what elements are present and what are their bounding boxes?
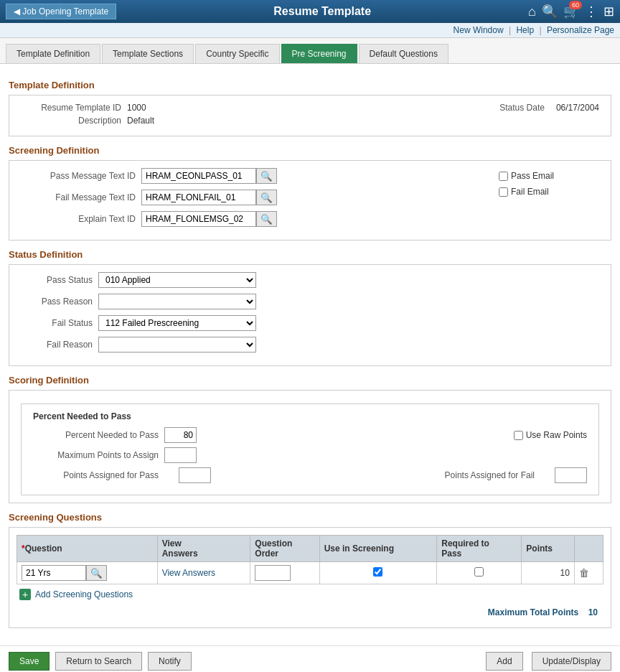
header-icons: ⌂ 🔍 🛒60 ⋮ ⊞ xyxy=(528,4,614,19)
tab-bar: Template Definition Template Sections Co… xyxy=(0,38,620,64)
top-links: New Window | Help | Personalize Page xyxy=(0,23,620,38)
add-button[interactable]: Add xyxy=(486,652,522,671)
question-search-btn[interactable]: 🔍 xyxy=(86,565,107,581)
use-raw-checkbox[interactable] xyxy=(514,431,523,440)
help-link[interactable]: Help xyxy=(516,25,534,35)
update-display-button[interactable]: Update/Display xyxy=(532,652,611,671)
template-definition-title: Template Definition xyxy=(9,80,611,90)
tab-default-questions[interactable]: Default Questions xyxy=(359,44,448,63)
add-questions-icon[interactable]: + xyxy=(19,589,31,600)
question-input[interactable] xyxy=(22,565,86,581)
max-points-label: Maximum Points to Assign xyxy=(33,450,159,460)
description-value: Default xyxy=(127,116,154,126)
resume-template-id-label: Resume Template ID xyxy=(21,103,121,113)
pass-message-input[interactable] xyxy=(141,168,256,184)
use-screening-checkbox[interactable] xyxy=(373,567,382,577)
status-date-value: 06/17/2004 xyxy=(556,103,599,113)
col-actions xyxy=(574,536,603,562)
fail-reason-label: Fail Reason xyxy=(21,340,93,350)
cart-icon[interactable]: 🛒60 xyxy=(563,4,579,19)
points-fail-label: Points Assigned for Fail xyxy=(445,470,535,480)
return-to-search-button[interactable]: Return to Search xyxy=(55,652,142,671)
required-pass-cell xyxy=(437,562,522,584)
status-date-label: Status Date xyxy=(444,103,545,113)
pass-status-select[interactable]: 010 Applied xyxy=(98,272,256,288)
resume-template-id-value: 1000 xyxy=(127,103,146,113)
pass-email-checkbox[interactable] xyxy=(499,172,508,181)
template-definition-box: Resume Template ID 1000 Description Defa… xyxy=(9,95,611,136)
personalize-link[interactable]: Personalize Page xyxy=(547,25,614,35)
fail-status-label: Fail Status xyxy=(21,318,93,328)
order-input[interactable] xyxy=(255,565,291,581)
points-value: 10 xyxy=(560,568,570,578)
percent-input[interactable] xyxy=(164,427,197,443)
pass-reason-select[interactable] xyxy=(98,294,256,309)
use-raw-label: Use Raw Points xyxy=(526,430,587,440)
app-header: ◀ Job Opening Template Resume Template ⌂… xyxy=(0,0,620,23)
max-total-row: Maximum Total Points 10 xyxy=(17,605,603,620)
view-answers-link[interactable]: View Answers xyxy=(162,568,215,578)
col-points: Points xyxy=(522,536,575,562)
col-use-screening: Use in Screening xyxy=(319,536,437,562)
search-icon[interactable]: 🔍 xyxy=(542,4,558,19)
add-questions-row: + Add Screening Questions xyxy=(17,584,603,605)
description-label: Description xyxy=(21,116,121,126)
questions-table: *Question ViewAnswers QuestionOrder Use … xyxy=(17,535,603,584)
question-cell: 🔍 xyxy=(17,562,158,584)
col-required-pass: Required toPass xyxy=(437,536,522,562)
grid-icon[interactable]: ⊞ xyxy=(603,4,614,19)
fail-message-input[interactable] xyxy=(141,190,256,205)
tab-template-definition[interactable]: Template Definition xyxy=(6,44,100,63)
back-button[interactable]: ◀ Job Opening Template xyxy=(6,4,116,19)
view-answers-cell: View Answers xyxy=(157,562,250,584)
pass-message-search-btn[interactable]: 🔍 xyxy=(256,168,277,184)
percent-subtitle: Percent Needed to Pass xyxy=(33,411,587,421)
points-cell: 10 xyxy=(522,562,575,584)
save-button[interactable]: Save xyxy=(9,652,50,671)
order-cell xyxy=(250,562,319,584)
max-points-input[interactable] xyxy=(164,447,197,463)
cart-badge: 60 xyxy=(569,1,582,9)
screening-definition-title: Screening Definition xyxy=(9,145,611,156)
fail-message-search-btn[interactable]: 🔍 xyxy=(256,190,277,205)
table-row: 🔍 View Answers xyxy=(17,562,603,584)
explain-text-search-btn[interactable]: 🔍 xyxy=(256,211,277,227)
tab-country-specific[interactable]: Country Specific xyxy=(195,44,279,63)
screening-questions-title: Screening Questions xyxy=(9,512,611,523)
scoring-definition-box: Percent Needed to Pass Percent Needed to… xyxy=(9,390,611,503)
menu-icon[interactable]: ⋮ xyxy=(585,4,598,19)
fail-email-checkbox[interactable] xyxy=(499,187,508,197)
percent-box: Percent Needed to Pass Percent Needed to… xyxy=(21,403,599,495)
add-questions-link[interactable]: Add Screening Questions xyxy=(35,589,133,599)
delete-row-btn[interactable]: 🗑 xyxy=(579,567,589,579)
explain-text-input[interactable] xyxy=(141,211,256,227)
status-definition-box: Pass Status 010 Applied Pass Reason Fail… xyxy=(9,264,611,366)
scoring-definition-title: Scoring Definition xyxy=(9,375,611,386)
fail-reason-select[interactable] xyxy=(98,337,256,353)
col-question: *Question xyxy=(17,536,158,562)
pass-reason-label: Pass Reason xyxy=(21,297,93,307)
notify-button[interactable]: Notify xyxy=(148,652,192,671)
action-bar: Save Return to Search Notify Add Update/… xyxy=(0,645,620,672)
pass-email-label: Pass Email xyxy=(511,171,554,181)
home-icon[interactable]: ⌂ xyxy=(528,4,536,19)
fail-message-label: Fail Message Text ID xyxy=(21,192,136,202)
points-fail-input[interactable] xyxy=(555,467,587,483)
screening-definition-box: Pass Message Text ID 🔍 Fail Message Text… xyxy=(9,160,611,241)
new-window-link[interactable]: New Window xyxy=(454,25,504,35)
fail-status-select[interactable]: 112 Failed Prescreening xyxy=(98,315,256,331)
screening-questions-box: *Question ViewAnswers QuestionOrder Use … xyxy=(9,527,611,628)
required-pass-checkbox[interactable] xyxy=(474,567,484,577)
pass-message-label: Pass Message Text ID xyxy=(21,171,136,181)
tab-pre-screening[interactable]: Pre Screening xyxy=(281,44,357,63)
tab-template-sections[interactable]: Template Sections xyxy=(102,44,194,63)
col-view-answers: ViewAnswers xyxy=(157,536,250,562)
status-definition-title: Status Definition xyxy=(9,249,611,260)
col-question-order: QuestionOrder xyxy=(250,536,319,562)
pass-status-label: Pass Status xyxy=(21,275,93,285)
max-total-value: 10 xyxy=(588,607,598,617)
main-content: Template Definition Resume Template ID 1… xyxy=(0,64,620,645)
explain-text-label: Explain Text ID xyxy=(21,214,136,224)
points-pass-input[interactable] xyxy=(179,467,211,483)
use-screening-cell xyxy=(319,562,437,584)
